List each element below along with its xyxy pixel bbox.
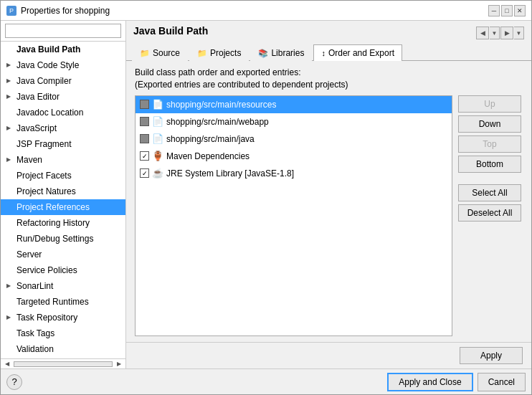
- tabs-bar: 📁Source📁Projects📚Libraries↕Order and Exp…: [126, 44, 531, 61]
- tab-icon-projects: 📁: [197, 49, 207, 58]
- up-button[interactable]: Up: [458, 95, 521, 113]
- window-controls: ─ □ ✕: [488, 5, 526, 16]
- sidebar-item-label: Project References: [16, 201, 90, 214]
- scroll-right-arrow[interactable]: ▶: [114, 360, 124, 368]
- build-path-area: 📄shopping/src/main/resources📄shopping/sr…: [135, 95, 523, 336]
- sidebar-item-project-facets[interactable]: Project Facets: [1, 168, 125, 184]
- expand-arrow-icon: ▶: [6, 280, 14, 292]
- sidebar-item-service-policies[interactable]: Service Policies: [1, 262, 125, 278]
- sidebar-item-project-references[interactable]: Project References: [1, 199, 125, 215]
- sidebar-item-targeted-runtimes[interactable]: Targeted Runtimes: [1, 294, 125, 310]
- sidebar-item-server[interactable]: Server: [1, 247, 125, 262]
- list-item-item5[interactable]: ☕JRE System Library [JavaSE-1.8]: [136, 165, 452, 182]
- cancel-button[interactable]: Cancel: [478, 373, 526, 391]
- list-item-item4[interactable]: 🏺Maven Dependencies: [136, 148, 452, 165]
- sidebar-item-maven[interactable]: ▶Maven: [1, 152, 125, 168]
- sidebar-item-sonarlint[interactable]: ▶SonarLint: [1, 278, 125, 294]
- description-line1: Build class path order and exported entr…: [135, 67, 523, 79]
- sidebar-item-task-repository[interactable]: ▶Task Repository: [1, 310, 125, 325]
- apply-button[interactable]: Apply: [460, 347, 523, 364]
- sidebar-item-label: Targeted Runtimes: [16, 295, 89, 308]
- nav-back-button[interactable]: ◀: [476, 27, 489, 39]
- build-path-list[interactable]: 📄shopping/src/main/resources📄shopping/sr…: [135, 95, 452, 336]
- sidebar-item-label: Run/Debug Settings: [16, 232, 93, 245]
- list-item-item3[interactable]: 📄shopping/src/main/java: [136, 130, 452, 148]
- bullet-item2: [140, 117, 149, 126]
- sidebar-item-label: Java Compiler: [16, 75, 72, 87]
- sidebar-item-java-build-path[interactable]: Java Build Path: [1, 42, 125, 57]
- tab-libraries[interactable]: 📚Libraries: [250, 44, 312, 61]
- panel-title: Java Build Path: [133, 25, 208, 37]
- expand-arrow-icon: ▶: [6, 75, 14, 87]
- expand-arrow-icon: ▶: [6, 153, 14, 166]
- sidebar-item-validation[interactable]: Validation: [1, 341, 125, 357]
- search-input[interactable]: [5, 24, 121, 38]
- top-button[interactable]: Top: [458, 135, 521, 153]
- panel-description: Build class path order and exported entr…: [135, 67, 523, 91]
- sidebar-item-javascript[interactable]: ▶JavaScript: [1, 120, 125, 136]
- sidebar-item-label: Project Facets: [16, 169, 72, 182]
- item-icon-item2: 📄: [152, 115, 163, 129]
- window-icon: P: [6, 6, 16, 16]
- sidebar-item-javadoc-location[interactable]: Javadoc Location: [1, 105, 125, 120]
- bottom-toolbar: Apply: [126, 342, 531, 368]
- sidebar-item-label: Java Code Style: [16, 59, 79, 72]
- select-all-button[interactable]: Select All: [458, 184, 521, 201]
- sidebar-item-run-debug-settings[interactable]: Run/Debug Settings: [1, 231, 125, 247]
- help-button[interactable]: ?: [6, 374, 22, 390]
- nav-forward-dropdown[interactable]: ▼: [514, 27, 524, 39]
- sidebar-list: Java Build Path▶Java Code Style▶Java Com…: [1, 42, 125, 358]
- sidebar-item-java-editor[interactable]: ▶Java Editor: [1, 89, 125, 105]
- list-item-item2[interactable]: 📄shopping/src/main/webapp: [136, 113, 452, 130]
- right-panel-body: Build class path order and exported entr…: [126, 61, 531, 368]
- tab-source[interactable]: 📁Source: [132, 44, 188, 61]
- tab-label-libraries: Libraries: [271, 48, 304, 58]
- sidebar-item-label: Javadoc Location: [16, 106, 83, 119]
- sidebar-item-refactoring-history[interactable]: Refactoring History: [1, 215, 125, 231]
- minimize-button[interactable]: ─: [488, 5, 500, 16]
- tab-icon-libraries: 📚: [258, 49, 268, 58]
- expand-arrow-icon: ▶: [6, 90, 14, 103]
- bottom-button[interactable]: Bottom: [458, 156, 521, 173]
- main-content: Java Build Path▶Java Code Style▶Java Com…: [1, 21, 531, 368]
- list-item-item1[interactable]: 📄shopping/src/main/resources: [136, 96, 452, 113]
- sidebar-item-java-code-style[interactable]: ▶Java Code Style: [1, 57, 125, 73]
- bullet-item1: [140, 100, 149, 109]
- tab-projects[interactable]: 📁Projects: [189, 44, 249, 61]
- description-line2: (Exported entries are contributed to dep…: [135, 79, 523, 91]
- sidebar-item-project-natures[interactable]: Project Natures: [1, 184, 125, 199]
- search-box: [1, 21, 125, 42]
- expand-arrow-icon: ▶: [6, 122, 14, 135]
- sidebar-item-label: Refactoring History: [16, 216, 90, 229]
- scroll-left-arrow[interactable]: ◀: [2, 360, 12, 368]
- item-label-item4: Maven Dependencies: [166, 149, 250, 163]
- expand-arrow-icon: ▶: [6, 311, 14, 324]
- sidebar-item-label: Maven: [16, 153, 42, 166]
- deselect-all-button[interactable]: Deselect All: [458, 204, 521, 222]
- sidebar-item-label: JavaScript: [16, 122, 57, 135]
- sidebar: Java Build Path▶Java Code Style▶Java Com…: [1, 21, 126, 368]
- maximize-button[interactable]: □: [501, 5, 513, 16]
- item-label-item2: shopping/src/main/webapp: [166, 115, 269, 129]
- nav-back-dropdown[interactable]: ▼: [490, 27, 500, 39]
- tab-label-order-export: Order and Export: [328, 48, 394, 58]
- tab-icon-order-export: ↕: [321, 49, 326, 57]
- checkbox-item5[interactable]: [140, 168, 149, 178]
- close-button[interactable]: ✕: [514, 5, 526, 16]
- apply-close-button[interactable]: Apply and Close: [387, 373, 472, 391]
- item-icon-item1: 📄: [152, 97, 163, 112]
- down-button[interactable]: Down: [458, 115, 521, 133]
- action-button-panel: UpDownTopBottomSelect AllDeselect All: [458, 95, 523, 336]
- sidebar-item-java-compiler[interactable]: ▶Java Compiler: [1, 73, 125, 89]
- sidebar-item-jsp-fragment[interactable]: JSP Fragment: [1, 136, 125, 152]
- item-icon-item3: 📄: [152, 132, 163, 146]
- nav-forward-button[interactable]: ▶: [500, 27, 513, 39]
- bullet-item3: [140, 134, 149, 143]
- item-label-item3: shopping/src/main/java: [166, 132, 255, 146]
- expand-arrow-icon: ▶: [6, 59, 14, 72]
- item-icon-item4: 🏺: [152, 149, 163, 163]
- sidebar-item-label: Java Build Path: [16, 43, 80, 56]
- checkbox-item4[interactable]: [140, 151, 149, 161]
- sidebar-item-task-tags[interactable]: Task Tags: [1, 325, 125, 341]
- tab-order-export[interactable]: ↕Order and Export: [313, 44, 402, 61]
